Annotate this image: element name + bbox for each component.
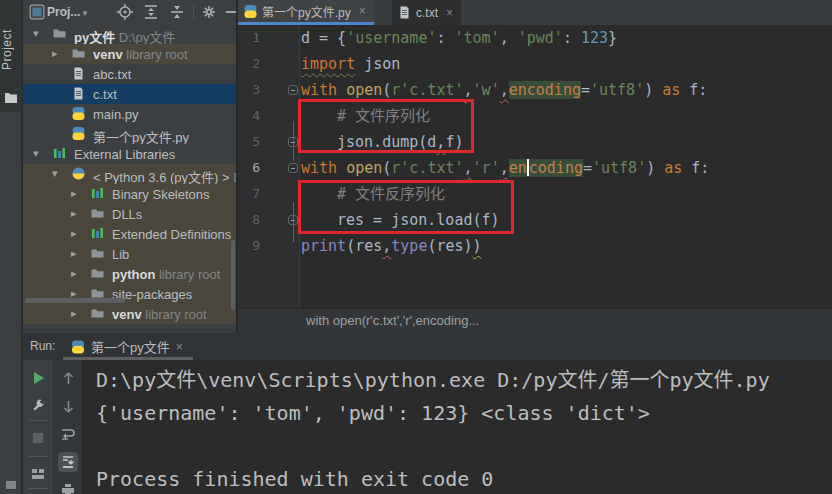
fold-marker[interactable] xyxy=(288,85,298,95)
locate-icon[interactable] xyxy=(117,4,133,20)
code-token: , xyxy=(500,29,518,47)
up-arrow-icon[interactable] xyxy=(58,368,78,388)
chevron-down-icon[interactable]: ▾ xyxy=(52,167,58,180)
code-token: 'utf8' xyxy=(590,81,644,99)
python-icon xyxy=(72,107,85,120)
chevron-right-icon[interactable]: ▸ xyxy=(71,207,77,220)
settings-gear-icon[interactable] xyxy=(201,4,217,20)
code-token: 'tom' xyxy=(455,29,500,47)
tree-item-dlls[interactable]: ▸DLLs xyxy=(23,204,237,224)
code-token: encoding xyxy=(509,81,581,99)
code-token: ) xyxy=(644,81,662,99)
chevron-right-icon[interactable]: ▸ xyxy=(71,247,77,260)
tree-item-abc-txt[interactable]: abc.txt xyxy=(23,64,237,84)
down-arrow-icon[interactable] xyxy=(58,396,78,416)
code-token: 'r' xyxy=(473,159,500,177)
python-icon xyxy=(72,127,85,140)
code-token: r'c.txt' xyxy=(391,81,463,99)
tool-windows-grid-icon[interactable] xyxy=(6,481,16,489)
code-token: = xyxy=(583,159,592,177)
line-number: 4 xyxy=(238,108,260,123)
close-icon[interactable]: × xyxy=(176,340,183,354)
context-info-line: with open(r'c.txt','r',encoding... xyxy=(238,308,832,333)
code-token: type xyxy=(391,237,427,255)
project-panel-header: Proj... ▾ xyxy=(23,0,237,24)
project-panel-title[interactable]: Proj... ▾ xyxy=(47,5,87,19)
tree-item--py-py[interactable]: 第一个py文件.py xyxy=(23,124,237,144)
code-token: , xyxy=(500,159,509,177)
collapse-all-icon[interactable] xyxy=(169,4,185,20)
chevron-right-icon[interactable]: ▸ xyxy=(71,267,77,280)
run-tab[interactable]: 第一个py文件 × xyxy=(65,333,189,360)
code-token: f: xyxy=(682,159,709,177)
run-tab-label[interactable]: 第一个py文件 xyxy=(91,337,170,356)
annotation-box xyxy=(298,180,514,234)
tree-item-main-py[interactable]: main.py xyxy=(23,104,237,124)
chevron-right-icon[interactable]: ▸ xyxy=(52,47,58,60)
code-token: open xyxy=(346,81,382,99)
vertical-scrollbar[interactable] xyxy=(231,240,235,310)
tree-item-label: 第一个py文件.py xyxy=(93,127,189,144)
fold-line xyxy=(293,121,294,161)
folder-icon xyxy=(72,47,85,60)
code-area[interactable]: d = {'username': 'tom', 'pwd': 123}impor… xyxy=(301,25,832,308)
code-token: , xyxy=(382,237,391,255)
tree-item-extended-definitions[interactable]: ▸Extended Definitions xyxy=(23,224,237,244)
code-token: print xyxy=(301,237,346,255)
code-token: coding xyxy=(529,159,583,177)
editor-tab-c-txt[interactable]: c.txt× xyxy=(392,0,461,25)
code-token: ( xyxy=(382,81,391,99)
code-token: f: xyxy=(680,81,707,99)
code-token: 'utf8' xyxy=(592,159,646,177)
tree-item-label: py文件 D:\py文件 xyxy=(74,27,175,44)
line-number: 7 xyxy=(238,186,260,201)
tree-item--python-3-6-py-[interactable]: ▾< Python 3.6 (py文件) > D: xyxy=(23,164,237,184)
tree-item-c-txt[interactable]: c.txt xyxy=(23,84,237,104)
chevron-down-icon[interactable]: ▾ xyxy=(33,147,39,160)
fold-marker[interactable] xyxy=(288,163,298,173)
tree-item-python[interactable]: ▸python library root xyxy=(23,264,237,284)
project-panel: Proj... ▾ ▾py文件 D:\py文件▸ xyxy=(23,0,237,333)
tree-item-venv[interactable]: ▸venv library root xyxy=(23,44,237,64)
console-line: Process finished with exit code 0 xyxy=(96,463,493,494)
tree-item-lib[interactable]: ▸Lib xyxy=(23,244,237,264)
code-line-6: with open(r'c.txt','r',encoding='utf8') … xyxy=(301,155,709,181)
expand-all-icon[interactable] xyxy=(143,4,159,20)
close-icon[interactable]: × xyxy=(446,6,453,20)
library-icon xyxy=(91,187,104,200)
code-token: ( xyxy=(382,159,391,177)
chevron-down-icon[interactable]: ▾ xyxy=(33,27,39,40)
wrench-icon[interactable] xyxy=(28,396,48,416)
code-token: as xyxy=(662,81,680,99)
tree-item-binary-skeletons[interactable]: ▸Binary Skeletons xyxy=(23,184,237,204)
line-number: 9 xyxy=(238,238,260,253)
code-token xyxy=(337,159,346,177)
soft-wrap-icon[interactable] xyxy=(58,424,78,444)
close-icon[interactable]: × xyxy=(359,4,366,18)
code-token: , xyxy=(500,81,509,99)
console-line: {'username': 'tom', 'pwd': 123} <class '… xyxy=(96,397,650,430)
code-line-9: print(res,type(res)) xyxy=(301,233,482,259)
horizontal-scrollbar[interactable] xyxy=(25,298,125,303)
code-token: : xyxy=(563,29,581,47)
tree-item-py-[interactable]: ▾py文件 D:\py文件 xyxy=(23,24,237,44)
chevron-right-icon[interactable]: ▸ xyxy=(71,187,77,200)
tree-item-label: c.txt xyxy=(93,87,117,102)
chevron-right-icon[interactable]: ▸ xyxy=(71,227,77,240)
print-icon[interactable] xyxy=(58,480,78,494)
project-tool-button[interactable]: Project xyxy=(0,0,22,112)
editor-tab-bar: 第一个py文件.py×c.txt× xyxy=(238,0,832,25)
editor-tab--py-py[interactable]: 第一个py文件.py× xyxy=(238,0,374,25)
line-number: 2 xyxy=(238,56,260,71)
code-token xyxy=(337,81,346,99)
code-token: 'username' xyxy=(346,29,436,47)
run-console[interactable]: D:\py文件\venv\Scripts\python.exe D:/py文件/… xyxy=(82,360,832,494)
hide-icon[interactable] xyxy=(223,4,237,20)
project-tool-label[interactable]: Project xyxy=(0,10,22,90)
rerun-icon[interactable] xyxy=(28,368,48,388)
run-toolbar-right xyxy=(54,360,82,494)
tree-item-external-libraries[interactable]: ▾External Libraries xyxy=(23,144,237,164)
scroll-to-end-icon[interactable] xyxy=(58,452,78,472)
restore-layout-icon[interactable] xyxy=(28,464,48,484)
editor-gutter: 123456789 xyxy=(238,25,300,308)
